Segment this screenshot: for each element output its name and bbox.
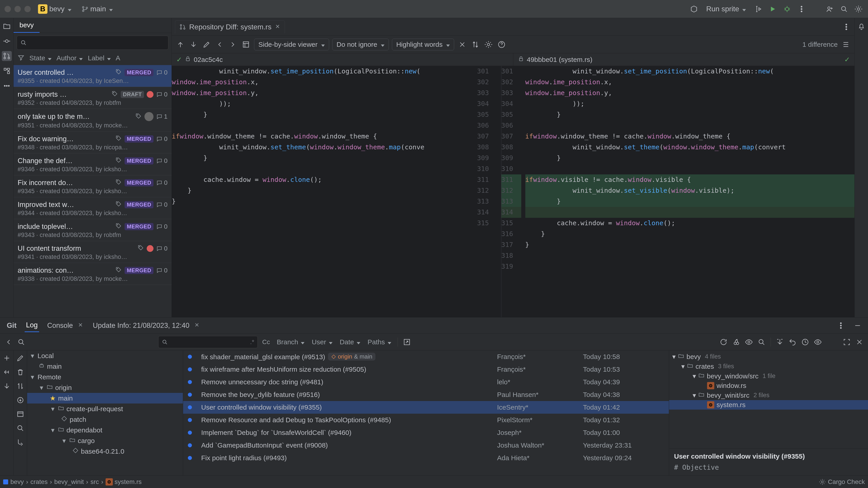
tab-console[interactable]: Console <box>46 319 85 332</box>
list-icon[interactable] <box>841 39 851 50</box>
branch-actions-icon[interactable] <box>16 437 25 447</box>
changed-files-tree[interactable]: ▾bevy4 files ▾crates3 files ▾bevy_window… <box>669 350 868 448</box>
tree-crates[interactable]: ▾crates3 files <box>669 361 868 371</box>
breadcrumb[interactable]: crates <box>30 478 48 486</box>
traffic-close[interactable] <box>4 6 11 12</box>
pr-item[interactable]: UI content transform 0 #9341 · created 0… <box>13 241 172 263</box>
edit-icon[interactable] <box>202 39 212 50</box>
more-icon[interactable] <box>797 4 807 14</box>
breadcrumb[interactable]: ⚙system.rs <box>105 478 142 486</box>
history-icon[interactable] <box>800 337 810 347</box>
branches-local[interactable]: ▾Local <box>27 350 183 361</box>
pr-item[interactable]: rusty imports … DRAFT 0 #9352 · created … <box>13 87 172 109</box>
pr-item[interactable]: User controlled … MERGED 0 #9355 · creat… <box>13 65 172 87</box>
folder-cargo[interactable]: ▾cargo <box>27 435 183 446</box>
tree-bevy-window[interactable]: ▾bevy_window/src1 file <box>669 371 868 381</box>
find-icon[interactable] <box>756 337 767 347</box>
ignore-mode-select[interactable]: Do not ignore <box>332 39 389 51</box>
editor-tab[interactable]: Repository Diff: system.rs <box>175 20 285 33</box>
cherry-pick-icon[interactable] <box>731 337 741 347</box>
tree-bevy-winit[interactable]: ▾bevy_winit/src2 files <box>669 390 868 400</box>
traffic-max[interactable] <box>24 6 31 12</box>
hide-branches-icon[interactable] <box>4 337 13 347</box>
branches-remote[interactable]: ▾Remote <box>27 372 183 382</box>
edit-icon[interactable] <box>16 353 25 363</box>
sync-scroll-icon[interactable] <box>470 39 480 50</box>
structure-tool-icon[interactable] <box>2 66 12 76</box>
branches-tree[interactable]: ▾Local main ▾Remote ▾origin ★main ▾creat… <box>27 350 183 475</box>
search-icon[interactable] <box>839 4 849 14</box>
run-icon[interactable] <box>768 4 778 14</box>
commit-row[interactable]: fix shader_material_glsl example (#9513)… <box>183 350 669 363</box>
checkout-icon[interactable] <box>2 367 12 377</box>
filter-label[interactable]: Label <box>88 54 111 62</box>
find-branch-icon[interactable] <box>16 423 25 433</box>
breadcrumb[interactable]: bevy_winit <box>54 478 84 486</box>
cargo-check-widget[interactable]: Cargo Check <box>819 478 865 486</box>
code-with-me-icon[interactable] <box>825 4 835 14</box>
close-icon[interactable] <box>194 322 200 330</box>
prev-change-icon[interactable] <box>176 39 185 50</box>
gear-icon[interactable] <box>484 39 493 50</box>
pr-item[interactable]: Change the def… MERGED 0 #9346 · created… <box>13 153 172 175</box>
layout-icon[interactable] <box>241 39 251 50</box>
help-icon[interactable] <box>497 39 506 50</box>
branch-base64[interactable]: base64-0.21.0 <box>27 446 183 457</box>
filter-paths[interactable]: Paths <box>365 338 394 346</box>
file-window-rs[interactable]: ⚙window.rs <box>669 381 868 390</box>
debug-icon[interactable] <box>782 4 792 14</box>
tab-more-icon[interactable] <box>841 22 851 32</box>
log-search-input[interactable]: .* <box>158 336 258 348</box>
goto-icon[interactable] <box>775 337 785 347</box>
filter-branch[interactable]: Branch <box>274 338 307 346</box>
delete-icon[interactable] <box>16 367 25 377</box>
preview-icon[interactable] <box>813 337 823 347</box>
file-system-rs[interactable]: ⚙system.rs <box>669 400 868 410</box>
collapse-icon[interactable] <box>457 39 467 50</box>
run-with-icon[interactable] <box>753 4 763 14</box>
expand-icon[interactable] <box>842 337 852 347</box>
eye-icon[interactable] <box>744 337 754 347</box>
filter-icon[interactable] <box>16 409 25 419</box>
minimize-icon[interactable] <box>852 321 863 330</box>
settings-icon[interactable] <box>854 4 864 14</box>
filter-date[interactable]: Date <box>338 338 363 346</box>
tab-git[interactable]: Git <box>5 319 18 332</box>
branch-local-main[interactable]: main <box>27 361 183 372</box>
nav-back-icon[interactable] <box>215 39 225 50</box>
case-toggle[interactable]: Cc <box>260 338 272 346</box>
tree-root[interactable]: ▾bevy4 files <box>669 352 868 361</box>
viewer-mode-select[interactable]: Side-by-side viewer <box>254 39 329 51</box>
pull-requests-tool-icon[interactable] <box>2 51 12 61</box>
commit-row[interactable]: Remove unnecessary doc string (#9481) le… <box>183 376 669 388</box>
filter-icon[interactable] <box>18 54 24 61</box>
breadcrumb[interactable]: bevy <box>10 478 24 486</box>
commit-row[interactable]: User controlled window visibility (#9355… <box>183 401 669 414</box>
commit-row[interactable]: Implement `Debug` for `UnsafeWorldCell` … <box>183 426 669 439</box>
compare-icon[interactable] <box>16 381 25 391</box>
commit-row[interactable]: Remove Resource and add Debug to TaskPoo… <box>183 414 669 426</box>
folder-cpr[interactable]: ▾create-pull-request <box>27 403 183 414</box>
pr-item[interactable]: Fix doc warning… MERGED 0 #9348 · create… <box>13 131 172 153</box>
branch-origin-main[interactable]: ★main <box>27 393 183 403</box>
tab-log[interactable]: Log <box>25 319 39 332</box>
pr-search-input[interactable] <box>17 36 168 50</box>
branch-selector[interactable]: main <box>79 4 116 14</box>
next-change-icon[interactable] <box>188 39 198 50</box>
commit-row[interactable]: Add `GamepadButtonInput` event (#9008) J… <box>183 439 669 452</box>
revert-icon[interactable] <box>787 337 798 347</box>
commit-tool-icon[interactable] <box>2 36 12 46</box>
pr-item[interactable]: animations: con… MERGED 0 #9338 · create… <box>13 263 172 285</box>
folder-dependabot[interactable]: ▾dependabot <box>27 425 183 435</box>
highlight-mode-select[interactable]: Highlight words <box>392 39 454 51</box>
options-icon[interactable] <box>836 321 846 330</box>
run-config-selector[interactable]: Run sprite <box>704 4 749 14</box>
plus-icon[interactable] <box>2 353 12 363</box>
commit-row[interactable]: fix wireframe after MeshUniform size red… <box>183 363 669 376</box>
project-tool-icon[interactable] <box>2 21 12 31</box>
filter-user[interactable]: User <box>309 338 335 346</box>
pr-list[interactable]: User controlled … MERGED 0 #9355 · creat… <box>13 65 172 317</box>
pr-item[interactable]: include toplevel… MERGED 0 #9343 · creat… <box>13 219 172 241</box>
close-icon[interactable] <box>78 322 84 330</box>
nav-fwd-icon[interactable] <box>228 39 238 50</box>
